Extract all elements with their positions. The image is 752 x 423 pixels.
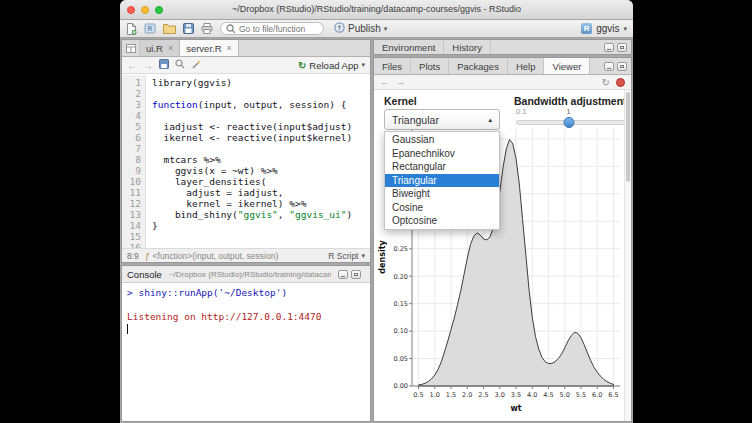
reload-app-icon[interactable]: ↻ [298, 60, 306, 71]
file-type-selector[interactable]: R Script▾ [328, 251, 365, 261]
publish-button[interactable]: Publish ▾ [331, 22, 390, 35]
open-file-icon[interactable] [163, 22, 176, 36]
reload-app-button[interactable]: Reload App [309, 60, 358, 71]
close-tab-icon[interactable]: × [168, 43, 173, 53]
tab-help[interactable]: Help [508, 58, 545, 74]
bandwidth-slider[interactable]: 0.1 1 2 [516, 107, 628, 131]
zoom-window-button[interactable] [155, 6, 163, 14]
viewer-forward-icon[interactable]: → [396, 77, 405, 87]
kernel-option-biweight[interactable]: Biweight [385, 187, 499, 201]
desktop-background: ~/Dropbox (RStudio)/RStudio/training/dat… [0, 0, 752, 423]
code-line[interactable]: function(input, output, session) { [152, 99, 370, 110]
goto-file-input[interactable] [239, 24, 323, 34]
new-file-icon[interactable] [126, 22, 137, 36]
code-line[interactable]: iadjust <- reactive(input$adjust) [152, 121, 370, 132]
pane-popout-icon[interactable] [122, 40, 140, 56]
minimize-pane-button[interactable] [604, 43, 614, 52]
editor-toolbar: ← → ↻ Reload App ▾ [122, 57, 370, 74]
source-tab-ui-r[interactable]: ui.R× [140, 40, 180, 56]
code-line[interactable] [152, 110, 370, 121]
minimize-pane-button[interactable] [338, 270, 348, 279]
save-icon[interactable] [159, 59, 169, 71]
tab-plots[interactable]: Plots [411, 58, 449, 74]
maximize-pane-button[interactable] [617, 43, 627, 52]
code-text[interactable]: library(ggvis) function(input, output, s… [146, 75, 370, 248]
svg-text:0.15: 0.15 [394, 300, 408, 308]
console-line: > shiny::runApp('~/Desktop') [127, 287, 365, 299]
line-number: 15 [122, 231, 141, 242]
line-number: 4 [122, 110, 141, 121]
tab-viewer[interactable]: Viewer [544, 58, 590, 74]
close-window-button[interactable] [127, 6, 135, 14]
code-line[interactable] [152, 88, 370, 99]
console-output[interactable]: > shiny::runApp('~/Desktop') Listening o… [122, 283, 370, 421]
tab-files[interactable]: Files [374, 58, 411, 74]
kernel-option-gaussian[interactable]: Gaussian [385, 133, 499, 147]
console-tab-label[interactable]: Console [127, 269, 162, 280]
viewer-scrollbar[interactable] [624, 90, 631, 421]
code-line[interactable]: adjust = iadjust, [152, 187, 370, 198]
line-number: 14 [122, 220, 141, 231]
forward-icon[interactable]: → [143, 60, 153, 71]
code-line[interactable]: } [152, 220, 370, 231]
left-column: ui.R×server.R× ← → ↻ Reload App ▾ 123456… [121, 39, 371, 422]
code-tools-wand-icon[interactable] [191, 59, 202, 72]
save-icon[interactable] [183, 22, 194, 36]
close-tab-icon[interactable]: × [227, 43, 232, 53]
viewer-back-icon[interactable]: ← [380, 77, 389, 87]
viewer-pane: FilesPlotsPackagesHelpViewer ← → ↻ Kern [373, 57, 632, 422]
code-editor[interactable]: 12345678910111213141516 library(ggvis) f… [122, 75, 370, 248]
chevron-down-icon: ▾ [623, 25, 627, 33]
titlebar[interactable]: ~/Dropbox (RStudio)/RStudio/training/dat… [120, 0, 633, 20]
scrollbar-thumb[interactable] [626, 92, 630, 182]
tab-environment[interactable]: Environment [374, 40, 444, 54]
minimize-window-button[interactable] [141, 6, 149, 14]
minimize-pane-button[interactable] [604, 62, 614, 71]
maximize-pane-button[interactable] [351, 270, 361, 279]
cursor-position: 8:9 [127, 251, 139, 261]
code-line[interactable]: ikernel <- reactive(input$kernel) [152, 132, 370, 143]
source-tab-server-r[interactable]: server.R× [180, 40, 239, 56]
maximize-pane-button[interactable] [617, 62, 627, 71]
slider-handle[interactable] [563, 117, 574, 128]
goto-file-search[interactable] [220, 22, 324, 35]
back-icon[interactable]: ← [127, 60, 137, 71]
chevron-down-icon[interactable]: ▾ [361, 61, 365, 69]
code-line[interactable]: layer_densities( [152, 176, 370, 187]
console-line [127, 299, 365, 311]
right-column: EnvironmentHistory FilesPlotsPackagesHel… [373, 39, 632, 422]
code-line[interactable]: ggvis(x = ~wt) %>% [152, 165, 370, 176]
source-tabbar: ui.R×server.R× [122, 40, 370, 57]
scope-indicator[interactable]: ƒ<function>(input, output, session) [145, 251, 278, 261]
kernel-select[interactable]: Triangular ▴ [384, 109, 500, 130]
svg-text:3.5: 3.5 [511, 391, 521, 399]
code-line[interactable] [152, 143, 370, 154]
code-line[interactable]: library(ggvis) [152, 77, 370, 88]
project-selector[interactable]: R ggvis ▾ [581, 23, 627, 34]
code-line[interactable]: mtcars %>% [152, 154, 370, 165]
kernel-option-epanechnikov[interactable]: Epanechnikov [385, 147, 499, 161]
kernel-option-triangular[interactable]: Triangular [385, 174, 499, 188]
svg-text:0.20: 0.20 [394, 273, 408, 281]
line-number: 8 [122, 154, 141, 165]
kernel-option-optcosine[interactable]: Optcosine [385, 214, 499, 228]
code-line[interactable]: bind_shiny("ggvis", "ggvis_ui") [152, 209, 370, 220]
kernel-option-rectangular[interactable]: Rectangular [385, 160, 499, 174]
tab-history[interactable]: History [444, 40, 491, 54]
console-working-directory: ~/Dropbox (RStudio)/RStudio/training/dat… [169, 270, 331, 279]
kernel-label: Kernel [384, 95, 417, 107]
line-number: 12 [122, 198, 141, 209]
code-line[interactable] [152, 231, 370, 242]
kernel-option-cosine[interactable]: Cosine [385, 201, 499, 215]
stop-app-button[interactable] [616, 78, 625, 87]
print-icon[interactable] [201, 22, 213, 36]
window-title: ~/Dropbox (RStudio)/RStudio/training/dat… [120, 0, 633, 19]
tab-packages[interactable]: Packages [449, 58, 508, 74]
viewer-refresh-icon[interactable]: ↻ [602, 77, 610, 88]
code-line[interactable]: kernel = ikernel) %>% [152, 198, 370, 209]
svg-text:5.0: 5.0 [560, 391, 570, 399]
find-replace-icon[interactable] [175, 59, 185, 71]
project-icon: R [581, 23, 592, 34]
new-project-icon[interactable]: R [144, 22, 156, 36]
shiny-app-viewport: Kernel Triangular ▴ GaussianEpanechnikov… [374, 90, 631, 421]
